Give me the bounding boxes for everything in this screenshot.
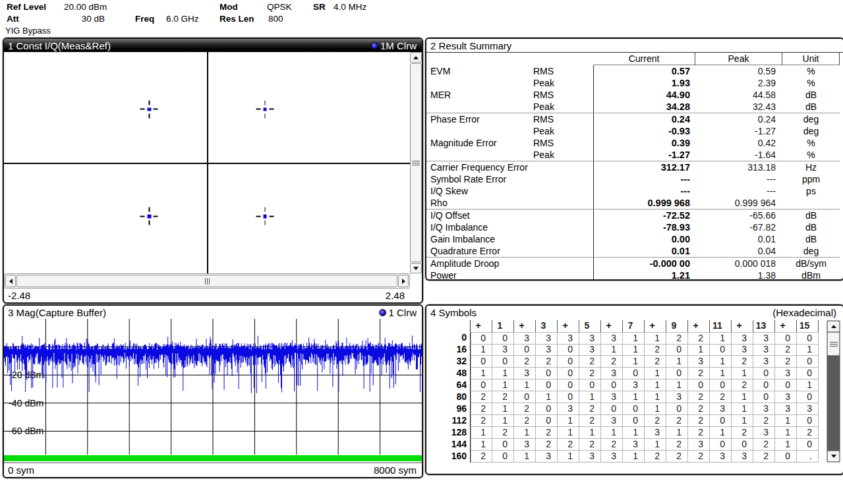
- symbol-value-cell: 2: [688, 451, 710, 462]
- symbol-value-cell: 0: [666, 368, 688, 379]
- symbol-value-cell: 0: [601, 403, 623, 415]
- column-header-current: Current: [593, 53, 695, 65]
- symbol-value-cell: 1: [492, 403, 514, 415]
- symbol-value-cell: 1: [666, 427, 688, 439]
- symbol-value-cell: 0: [710, 439, 732, 451]
- scroll-up-button[interactable]: [410, 52, 422, 63]
- symbol-value-cell: 3: [536, 332, 558, 345]
- mag-capture-titlebar[interactable]: 3 Mag(Capture Buffer) 1 Clrw: [4, 306, 422, 319]
- result-peak-value: 313.18: [695, 161, 782, 173]
- result-sublabel: [532, 185, 593, 197]
- result-summary-header: Current Peak Unit: [426, 53, 840, 65]
- mag-capture-chart: -20 dBm-40 dBm-60 dBm: [4, 319, 422, 455]
- result-row: Power1.211.38dBm: [426, 269, 840, 281]
- symbols-row-index: 0: [448, 332, 471, 345]
- symbols-row-index: 64: [448, 379, 471, 391]
- symbols-row: 161303031120103321: [448, 344, 819, 356]
- symbol-value-cell: 0: [536, 403, 558, 415]
- const-iq-titlebar[interactable]: 1 Const I/Q(Meas&Ref) 1M Clrw: [4, 39, 422, 52]
- res-len-label: Res Len: [219, 14, 254, 24]
- symbols-column-header: +: [601, 320, 623, 332]
- result-sublabel: Peak: [532, 101, 593, 113]
- scroll-down-button[interactable]: [410, 263, 422, 273]
- result-row: Peak-0.93-1.27deg: [426, 125, 840, 137]
- symbol-value-cell: 0: [492, 332, 514, 345]
- symbols-column-header: 9: [666, 320, 688, 332]
- y-axis-tick-label: -60 dBm: [9, 426, 44, 436]
- symbol-value-cell: 1: [623, 332, 645, 345]
- symbols-window: 4 Symbols (Hexadecimal) +1+3+5+7+9+11+13…: [425, 304, 843, 475]
- result-row: Carrier Frequency Error312.17313.18Hz: [426, 161, 840, 173]
- vertical-scroll-thumb[interactable]: [410, 63, 422, 262]
- symbol-value-cell: 2: [753, 451, 775, 462]
- symbol-value-cell: 1: [558, 451, 579, 462]
- constellation-dot-icon: [263, 107, 267, 111]
- symbol-value-cell: 3: [666, 391, 688, 403]
- x-max-label: 2.48: [386, 290, 405, 301]
- crosshair-bottom-icon: [149, 221, 150, 225]
- symbol-value-cell: 3: [623, 379, 645, 391]
- symbol-value-cell: 3: [710, 403, 732, 415]
- symbols-column-header: +: [645, 320, 666, 332]
- symbol-value-cell: 3: [601, 332, 623, 345]
- scroll-up-button[interactable]: [827, 321, 840, 332]
- constellation-vertical-scrollbar[interactable]: [410, 52, 422, 273]
- scroll-down-button[interactable]: [827, 451, 840, 462]
- symbol-value-cell: 3: [753, 332, 775, 345]
- constellation-dot-icon: [148, 107, 152, 111]
- result-sublabel: [532, 197, 593, 209]
- symbol-value-cell: 0: [492, 439, 514, 451]
- symbols-titlebar[interactable]: 4 Symbols (Hexadecimal): [426, 306, 843, 319]
- constellation-point: [140, 208, 158, 225]
- constellation-point: [140, 100, 158, 118]
- trace-label: 1M Clrw: [380, 40, 417, 51]
- scroll-right-button[interactable]: [398, 275, 409, 287]
- symbol-value-cell: 1: [797, 344, 819, 356]
- symbol-value-cell: 2: [601, 439, 623, 451]
- result-summary-titlebar[interactable]: 2 Result Summary: [426, 39, 843, 53]
- symbols-format-label: (Hexadecimal): [772, 307, 836, 318]
- crosshair-right-icon: [154, 216, 158, 217]
- result-label: EVM: [426, 65, 532, 77]
- symbol-value-cell: 3: [579, 451, 601, 462]
- symbols-column-header: 3: [536, 320, 558, 332]
- scroll-track[interactable]: [827, 356, 840, 451]
- horizontal-scroll-thumb[interactable]: [16, 275, 397, 287]
- symbols-column-header: 7: [623, 320, 645, 332]
- result-label: Phase Error: [426, 113, 532, 125]
- symbol-value-cell: 1: [732, 403, 753, 415]
- vertical-scroll-thumb[interactable]: [827, 332, 840, 356]
- symbol-value-cell: 3: [579, 344, 601, 356]
- symbol-value-cell: 3: [558, 403, 579, 415]
- constellation-horizontal-scrollbar[interactable]: [4, 273, 410, 289]
- result-unit: dB: [782, 101, 840, 113]
- symbol-value-cell: 0: [775, 451, 797, 462]
- arrow-down-icon: [831, 455, 836, 458]
- symbols-body: 0003333311221330016130303112010332132002…: [448, 332, 819, 462]
- result-unit: dB: [782, 233, 840, 245]
- symbol-value-cell: 1: [579, 427, 601, 439]
- symbol-value-cell: 2: [601, 356, 623, 368]
- result-label: [426, 125, 532, 137]
- scroll-left-button[interactable]: [5, 275, 16, 287]
- symbols-row: 640110000311002001: [448, 379, 819, 391]
- symbol-value-cell: 1: [471, 368, 492, 379]
- result-current-value: 0.01: [593, 245, 695, 257]
- constellation-x-range: -2.48 2.48: [4, 289, 422, 302]
- result-unit: %: [782, 77, 840, 89]
- symbol-value-cell: 2: [514, 356, 536, 368]
- result-sublabel: [532, 173, 593, 185]
- symbol-value-cell: 1: [471, 344, 492, 356]
- symbol-value-cell: 2: [645, 451, 666, 462]
- symbols-vertical-scrollbar[interactable]: [827, 320, 840, 462]
- symbol-value-cell: 3: [579, 332, 601, 345]
- result-label: Rho: [426, 197, 532, 209]
- symbol-value-cell: 3: [514, 332, 536, 345]
- result-label: I/Q Offset: [426, 210, 532, 221]
- result-current-value: -1.27: [593, 149, 695, 161]
- symbol-value-cell: 1: [732, 415, 753, 427]
- symbol-value-cell: 1: [710, 356, 732, 368]
- column-header-unit: Unit: [782, 53, 840, 65]
- result-current-value: 1.21: [593, 269, 695, 281]
- symbol-value-cell: 0: [623, 415, 645, 427]
